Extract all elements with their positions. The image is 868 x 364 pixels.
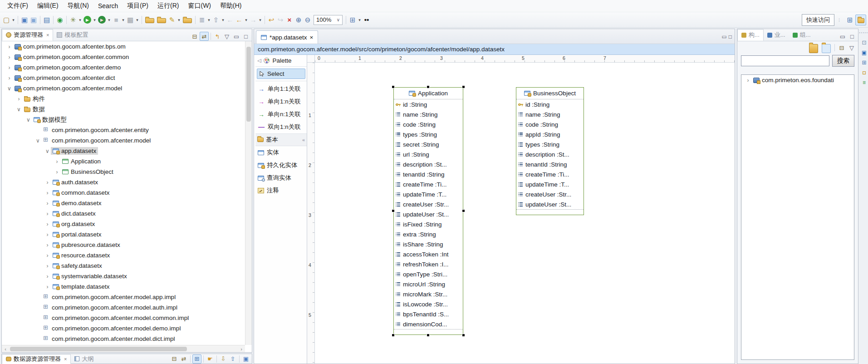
menu-item[interactable]: 帮助(H) (216, 0, 246, 12)
contacts-view-icon[interactable]: ◘ (863, 69, 866, 76)
run-history-caret[interactable]: ▾ (107, 15, 112, 25)
entity-field[interactable]: createTime :Ti... (394, 179, 463, 189)
entity-field[interactable]: microUrl :String (394, 279, 463, 289)
save-config-icon[interactable]: ▣ (241, 354, 250, 364)
scrollbar-thumb[interactable] (10, 347, 187, 351)
expander-icon[interactable]: ∨ (15, 106, 22, 113)
expander-icon[interactable]: › (54, 158, 60, 165)
tree-item[interactable]: com.primeton.gocom.afcenter.entity (2, 125, 245, 135)
toolbar-icon[interactable] (195, 16, 196, 24)
entity-field[interactable]: refreshToken :I... (394, 259, 463, 269)
component-history-icon[interactable] (822, 44, 831, 53)
import-asset-icon[interactable] (183, 18, 192, 23)
scroll-left-icon[interactable]: ‹ (2, 346, 9, 352)
expander-icon[interactable]: › (44, 273, 51, 280)
minimize-icon[interactable]: ▭ (838, 32, 847, 41)
tree-item[interactable]: › Application (2, 156, 245, 167)
tree-item[interactable]: › BusinessObject (2, 167, 245, 177)
open-perspective-icon[interactable]: ⊞ (844, 15, 855, 25)
expander-icon[interactable]: › (44, 200, 51, 207)
toolbar-icon[interactable] (346, 16, 346, 24)
run-history-icon[interactable]: ▶ (98, 16, 106, 24)
tree-item[interactable]: › template.datasetx (2, 281, 245, 292)
entity-field[interactable]: id :String (394, 99, 463, 109)
entity-field[interactable]: openType :Stri... (394, 269, 463, 279)
maximize-icon[interactable]: □ (848, 32, 857, 41)
selection-handle[interactable] (427, 85, 430, 89)
entity-field[interactable]: updateTime :T... (516, 179, 584, 189)
breadcrumb[interactable]: com.primeton.gocom.afcenter.model/src/co… (254, 44, 735, 55)
save-icon[interactable]: ▣ (20, 15, 29, 25)
coverage-caret[interactable]: ▾ (135, 15, 140, 25)
right-panel-tab[interactable]: 组... (789, 29, 814, 41)
undo-icon[interactable]: ↩ (267, 15, 276, 25)
close-icon[interactable]: × (46, 32, 49, 38)
entity-field[interactable]: code :String (394, 119, 463, 129)
selection-handle[interactable] (392, 334, 395, 337)
persistent-entity-tool[interactable]: 持久化实体 (255, 159, 307, 172)
palette-collapse-icon[interactable]: ◁ (257, 58, 261, 64)
tree-item[interactable]: › com.primeton.gocom.afcenter.common (2, 52, 245, 62)
entity-field[interactable]: isShare :String (394, 239, 463, 249)
tree-item[interactable]: › com.primeton.gocom.afcenter.dict (2, 73, 245, 83)
expander-icon[interactable]: › (745, 77, 751, 84)
expander-icon[interactable]: › (44, 190, 51, 196)
tree-item[interactable]: › dict.datasetx (2, 208, 245, 219)
right-panel-tab[interactable]: 构... (737, 29, 764, 41)
view-control-icon[interactable] (834, 44, 835, 51)
tree-item[interactable]: › auth.datasetx (2, 177, 245, 187)
restore-view-icon[interactable]: ⊡ (862, 39, 866, 46)
palette-group-basic[interactable]: 基本 « (255, 133, 307, 146)
entity-field[interactable]: name :String (516, 109, 584, 119)
entity-field[interactable]: microMark :Str... (394, 289, 463, 299)
tree-item[interactable]: › common.datasetx (2, 187, 245, 198)
current-perspective-icon[interactable] (855, 15, 866, 25)
tab-template-config[interactable]: 模板配置 (53, 29, 92, 41)
toolbar-icon[interactable] (18, 16, 18, 24)
back-icon[interactable]: ← (235, 15, 244, 25)
new-wizard-caret[interactable]: ▾ (11, 15, 16, 25)
entity-field[interactable]: secret :String (394, 139, 463, 149)
right-panel-tab[interactable]: 业... (764, 29, 789, 41)
entity-field[interactable]: updateUser :St... (394, 209, 463, 219)
diagram-canvas[interactable]: Application id :String name :String code… (315, 63, 735, 364)
expander-icon[interactable]: › (44, 221, 51, 227)
tree-item[interactable]: › resource.datasetx (2, 250, 245, 261)
view-control-icon[interactable] (216, 355, 217, 363)
select-connection-icon[interactable]: ☛ (206, 354, 215, 364)
menu-item[interactable]: 导航(N) (63, 0, 93, 12)
close-icon[interactable]: × (310, 34, 314, 41)
menu-item[interactable]: Search (93, 0, 123, 11)
view-control-icon[interactable] (239, 355, 240, 363)
tree-item[interactable]: ∨ com.primeton.gocom.afcenter.model (2, 83, 245, 93)
horizontal-scrollbar[interactable]: ‹ › (2, 345, 245, 352)
entity-application[interactable]: Application id :String name :String code… (393, 87, 463, 335)
tree-item[interactable]: › safety.datasetx (2, 261, 245, 271)
relation-1-n-tool[interactable]: → 单向1:n关联 (255, 95, 307, 108)
entity-tool[interactable]: 实体 (255, 146, 307, 159)
tree-item[interactable]: ∨ 数据 (2, 104, 245, 114)
run-caret[interactable]: ▾ (92, 15, 97, 25)
entity-title[interactable]: Application (394, 88, 463, 99)
entity-field[interactable]: name :String (394, 109, 463, 119)
expander-icon[interactable]: ∨ (44, 148, 51, 154)
tab-app-datasetx[interactable]: *app.datasetx × (256, 30, 318, 44)
menu-item[interactable]: 文件(F) (3, 0, 33, 12)
publish-caret[interactable]: ▾ (221, 15, 226, 25)
entity-field[interactable]: dimensionCod... (394, 319, 463, 329)
note-tool[interactable]: 注释 (255, 184, 307, 197)
prev-edit-icon[interactable]: ← (226, 15, 235, 25)
publish-icon[interactable]: ⇧ (211, 15, 221, 25)
entity-field[interactable]: description :St... (394, 159, 463, 169)
view-menu-icon[interactable]: ▽ (222, 32, 231, 41)
entity-field[interactable]: code :String (516, 119, 584, 129)
component-search-input[interactable] (741, 55, 829, 66)
server-start-icon[interactable]: ◉ (55, 15, 64, 25)
tree-item[interactable]: ∨ app.datasetx (2, 146, 245, 156)
collapse-all-icon[interactable]: ⊟ (837, 43, 846, 52)
entity-field[interactable]: tenantId :String (394, 169, 463, 179)
expander-icon[interactable]: › (6, 54, 13, 60)
remote-console-icon[interactable]: ▤ (42, 15, 51, 25)
tree-item[interactable]: › pubresource.datasetx (2, 240, 245, 250)
entity-field[interactable]: createTime :Ti... (516, 169, 584, 179)
